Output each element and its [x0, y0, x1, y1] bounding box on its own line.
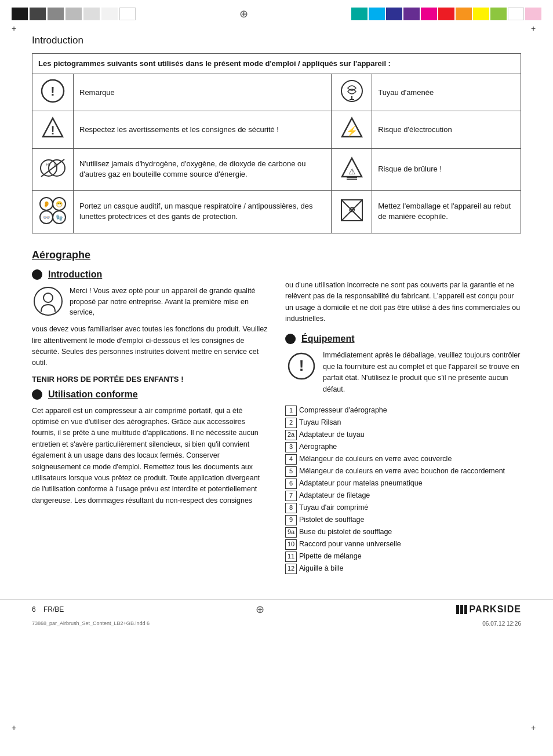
svg-text:⚠: ⚠	[348, 167, 355, 176]
equip-icon: !	[285, 350, 317, 382]
intro-block: Merci ! Vous avez opté pour un appareil …	[32, 286, 268, 318]
intro-icon	[32, 286, 64, 317]
picto-icon-exclamation: !	[32, 74, 74, 111]
svg-text:😷: 😷	[56, 200, 63, 208]
item-num-9: 9	[285, 515, 297, 525]
equipement-bullet	[285, 334, 296, 344]
utilisation-bullet	[32, 389, 42, 400]
item-num-4: 4	[285, 454, 297, 465]
item-num-8: 8	[285, 503, 297, 513]
left-column: Aérographe Introduction Merci ! Vous ave…	[32, 246, 268, 576]
svg-text:!: !	[299, 357, 304, 374]
item-num-1: 1	[285, 406, 297, 416]
svg-text:👓: 👓	[43, 214, 50, 221]
color-bar: ⊕	[0, 0, 553, 23]
picto-row-2: ! Respectez les avertissements et les co…	[32, 111, 521, 148]
item-num-11: 11	[285, 552, 297, 562]
swatch-purple	[403, 8, 420, 20]
picto-text-warning: Respectez les avertissements et les cons…	[74, 111, 332, 148]
picto-icon-gas: H₂ O₂	[32, 148, 74, 190]
page-title: Introduction	[32, 35, 521, 46]
footer-page-num: 6 FR/BE	[32, 605, 64, 613]
picto-text-burn: Risque de brûlure !	[372, 148, 521, 190]
list-item: 2 Tuyau Rilsan	[285, 418, 521, 428]
picto-icon-burn: ⚠	[332, 148, 372, 190]
picto-icon-electric: ⚡	[332, 111, 372, 148]
list-item: 11 Pipette de mélange	[285, 552, 521, 562]
item-text-9: Pistolet de soufflage	[299, 515, 364, 525]
footer-crosshair: ⊕	[256, 603, 264, 616]
swatch-red	[438, 8, 454, 20]
item-num-9a: 9a	[285, 527, 297, 538]
item-text-10: Raccord pour vanne universelle	[299, 539, 401, 550]
svg-text:O₂: O₂	[54, 163, 59, 167]
svg-text:!: !	[51, 124, 55, 137]
item-text-1: Compresseur d'aérographe	[299, 406, 387, 416]
footer-date: 06.07.12 12:26	[482, 620, 521, 627]
swatch-white2	[508, 8, 524, 20]
svg-text:👂: 👂	[43, 200, 50, 208]
crosshair-tr: +	[531, 24, 541, 35]
intro-text-cont: vous devez vous familiariser avec toutes…	[32, 324, 268, 369]
svg-text:🧤: 🧤	[56, 214, 63, 221]
utilisation-text: Cet appareil est un compresseur à air co…	[32, 406, 268, 506]
svg-point-30	[34, 287, 62, 315]
picto-text-remarque: Remarque	[74, 74, 332, 111]
list-item: 7 Adaptateur de filetage	[285, 491, 521, 501]
picto-text-ppe: Portez un casque auditif, un masque resp…	[74, 190, 332, 233]
picto-header: Les pictogrammes suivants sont utilisés …	[32, 54, 521, 74]
item-text-7: Adaptateur de filetage	[299, 491, 370, 501]
svg-text:⚡: ⚡	[346, 126, 358, 137]
swatch-yellow	[473, 8, 489, 20]
item-num-7: 7	[285, 491, 297, 501]
equip-intro-text: Immédiatement après le déballage, veuill…	[323, 350, 521, 395]
utilisation-heading-area: Utilisation conforme	[32, 389, 268, 400]
picto-row-4: 👂 😷 👓 🧤 Portez un casque auditif, un mas…	[32, 190, 521, 233]
item-text-2: Tuyau Rilsan	[299, 418, 341, 428]
swatch-pale	[83, 8, 100, 20]
crosshair-tl: +	[12, 24, 22, 35]
color-swatches-left	[12, 8, 136, 20]
swatch-lightgray	[66, 8, 82, 20]
introduction-heading: Introduction	[48, 269, 102, 280]
aerographe-title: Aérographe	[32, 249, 268, 261]
list-item: 5 Mélangeur de couleurs en verre avec bo…	[285, 466, 521, 477]
color-swatches-right	[351, 8, 541, 20]
item-text-5: Mélangeur de couleurs en verre avec bouc…	[299, 466, 505, 477]
footer-file: 73868_par_Airbrush_Set_Content_LB2+GB.in…	[32, 620, 150, 627]
item-num-6: 6	[285, 479, 297, 489]
picto-text-electric: Risque d'électrocution	[372, 111, 521, 148]
item-text-2a: Adaptateur de tuyau	[299, 430, 365, 440]
item-num-2: 2	[285, 418, 297, 428]
list-item: 2a Adaptateur de tuyau	[285, 430, 521, 440]
picto-icon-pipe	[332, 74, 372, 111]
item-text-3: Aérographe	[299, 442, 337, 452]
svg-text:H₂: H₂	[46, 163, 50, 167]
svg-text:♻: ♻	[348, 205, 355, 214]
equipement-heading-area: Équipement	[285, 334, 521, 344]
picto-text-tuyau: Tuyau d'amenée	[372, 74, 521, 111]
item-text-4: Mélangeur de couleurs en verre avec couv…	[299, 454, 452, 465]
intro-bullet	[32, 269, 42, 280]
swatch-orange	[456, 8, 472, 20]
item-text-8: Tuyau d'air comprimé	[299, 503, 368, 513]
picto-icon-warning: !	[32, 111, 74, 148]
item-text-11: Pipette de mélange	[299, 552, 362, 562]
swatch-nearwhite	[101, 8, 118, 20]
picto-text-recycle: Mettez l'emballage et l'appareil au rebu…	[372, 190, 521, 233]
item-text-9a: Buse du pistolet de soufflage	[299, 527, 392, 538]
item-num-3: 3	[285, 442, 297, 452]
list-item: 6 Adaptateur pour matelas pneumatique	[285, 479, 521, 489]
right-column: ou d'une utilisation incorrecte ne sont …	[285, 246, 521, 576]
utilisation-cont: ou d'une utilisation incorrecte ne sont …	[285, 280, 521, 325]
picto-row-1: ! Remarque Tuyau d'amenée	[32, 74, 521, 111]
svg-line-11	[41, 159, 64, 177]
page-footer: 6 FR/BE ⊕ PARKSIDE	[0, 599, 553, 619]
crosshair-br: +	[531, 724, 541, 734]
equipment-list: 1 Compresseur d'aérographe 2 Tuyau Rilsa…	[285, 406, 521, 574]
picto-row-3: H₂ O₂ N'utilisez jamais d'hydrogène, d'o…	[32, 148, 521, 190]
crosshair-bl: +	[12, 724, 22, 734]
pictogram-table: Les pictogrammes suivants sont utilisés …	[32, 53, 521, 233]
swatch-green	[490, 8, 507, 20]
item-text-6: Adaptateur pour matelas pneumatique	[299, 479, 423, 489]
